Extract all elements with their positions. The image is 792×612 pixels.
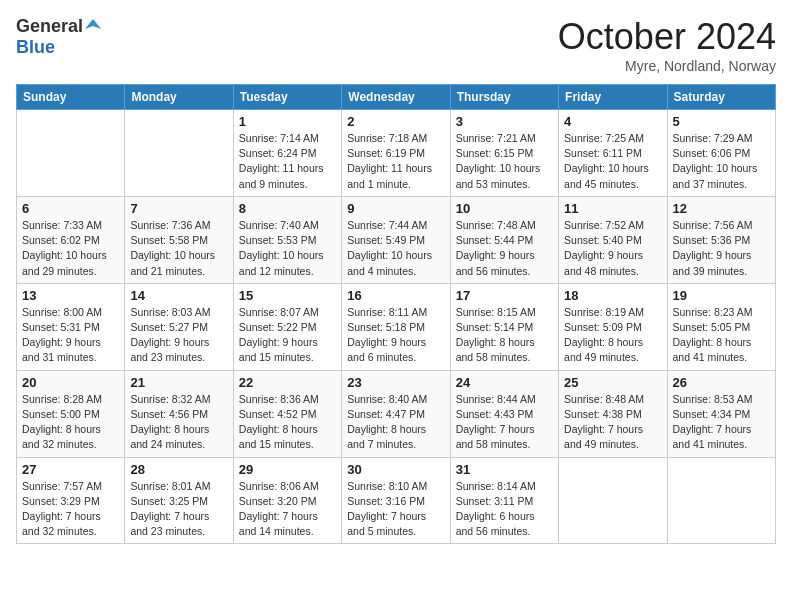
calendar-cell: 14Sunrise: 8:03 AM Sunset: 5:27 PM Dayli… bbox=[125, 283, 233, 370]
day-number: 13 bbox=[22, 288, 119, 303]
day-info: Sunrise: 8:14 AM Sunset: 3:11 PM Dayligh… bbox=[456, 479, 553, 540]
weekday-header-monday: Monday bbox=[125, 85, 233, 110]
logo-bird-icon bbox=[85, 17, 101, 33]
calendar-cell bbox=[559, 457, 667, 544]
day-info: Sunrise: 8:07 AM Sunset: 5:22 PM Dayligh… bbox=[239, 305, 336, 366]
day-number: 19 bbox=[673, 288, 770, 303]
day-number: 27 bbox=[22, 462, 119, 477]
day-info: Sunrise: 7:48 AM Sunset: 5:44 PM Dayligh… bbox=[456, 218, 553, 279]
day-info: Sunrise: 8:32 AM Sunset: 4:56 PM Dayligh… bbox=[130, 392, 227, 453]
calendar-cell: 15Sunrise: 8:07 AM Sunset: 5:22 PM Dayli… bbox=[233, 283, 341, 370]
calendar-cell: 16Sunrise: 8:11 AM Sunset: 5:18 PM Dayli… bbox=[342, 283, 450, 370]
day-info: Sunrise: 8:23 AM Sunset: 5:05 PM Dayligh… bbox=[673, 305, 770, 366]
day-number: 23 bbox=[347, 375, 444, 390]
day-number: 1 bbox=[239, 114, 336, 129]
day-info: Sunrise: 8:01 AM Sunset: 3:25 PM Dayligh… bbox=[130, 479, 227, 540]
calendar-cell: 7Sunrise: 7:36 AM Sunset: 5:58 PM Daylig… bbox=[125, 196, 233, 283]
day-info: Sunrise: 8:15 AM Sunset: 5:14 PM Dayligh… bbox=[456, 305, 553, 366]
day-number: 8 bbox=[239, 201, 336, 216]
calendar-cell: 31Sunrise: 8:14 AM Sunset: 3:11 PM Dayli… bbox=[450, 457, 558, 544]
calendar-table: SundayMondayTuesdayWednesdayThursdayFrid… bbox=[16, 84, 776, 544]
day-number: 12 bbox=[673, 201, 770, 216]
day-number: 3 bbox=[456, 114, 553, 129]
weekday-header-tuesday: Tuesday bbox=[233, 85, 341, 110]
calendar-cell bbox=[125, 110, 233, 197]
logo-general-text: General bbox=[16, 16, 83, 37]
location-text: Myre, Nordland, Norway bbox=[558, 58, 776, 74]
calendar-cell: 26Sunrise: 8:53 AM Sunset: 4:34 PM Dayli… bbox=[667, 370, 775, 457]
day-info: Sunrise: 7:33 AM Sunset: 6:02 PM Dayligh… bbox=[22, 218, 119, 279]
day-number: 30 bbox=[347, 462, 444, 477]
day-number: 26 bbox=[673, 375, 770, 390]
day-number: 9 bbox=[347, 201, 444, 216]
calendar-cell: 17Sunrise: 8:15 AM Sunset: 5:14 PM Dayli… bbox=[450, 283, 558, 370]
calendar-cell: 12Sunrise: 7:56 AM Sunset: 5:36 PM Dayli… bbox=[667, 196, 775, 283]
day-number: 17 bbox=[456, 288, 553, 303]
calendar-cell: 21Sunrise: 8:32 AM Sunset: 4:56 PM Dayli… bbox=[125, 370, 233, 457]
day-number: 6 bbox=[22, 201, 119, 216]
day-info: Sunrise: 7:56 AM Sunset: 5:36 PM Dayligh… bbox=[673, 218, 770, 279]
day-info: Sunrise: 7:40 AM Sunset: 5:53 PM Dayligh… bbox=[239, 218, 336, 279]
calendar-cell: 18Sunrise: 8:19 AM Sunset: 5:09 PM Dayli… bbox=[559, 283, 667, 370]
day-number: 7 bbox=[130, 201, 227, 216]
calendar-cell: 2Sunrise: 7:18 AM Sunset: 6:19 PM Daylig… bbox=[342, 110, 450, 197]
day-number: 20 bbox=[22, 375, 119, 390]
day-info: Sunrise: 7:14 AM Sunset: 6:24 PM Dayligh… bbox=[239, 131, 336, 192]
day-info: Sunrise: 8:36 AM Sunset: 4:52 PM Dayligh… bbox=[239, 392, 336, 453]
day-number: 2 bbox=[347, 114, 444, 129]
calendar-cell: 29Sunrise: 8:06 AM Sunset: 3:20 PM Dayli… bbox=[233, 457, 341, 544]
day-info: Sunrise: 8:44 AM Sunset: 4:43 PM Dayligh… bbox=[456, 392, 553, 453]
calendar-header: SundayMondayTuesdayWednesdayThursdayFrid… bbox=[17, 85, 776, 110]
day-info: Sunrise: 7:57 AM Sunset: 3:29 PM Dayligh… bbox=[22, 479, 119, 540]
day-info: Sunrise: 8:48 AM Sunset: 4:38 PM Dayligh… bbox=[564, 392, 661, 453]
day-info: Sunrise: 7:18 AM Sunset: 6:19 PM Dayligh… bbox=[347, 131, 444, 192]
calendar-cell: 28Sunrise: 8:01 AM Sunset: 3:25 PM Dayli… bbox=[125, 457, 233, 544]
calendar-cell: 30Sunrise: 8:10 AM Sunset: 3:16 PM Dayli… bbox=[342, 457, 450, 544]
calendar-cell: 9Sunrise: 7:44 AM Sunset: 5:49 PM Daylig… bbox=[342, 196, 450, 283]
day-info: Sunrise: 7:29 AM Sunset: 6:06 PM Dayligh… bbox=[673, 131, 770, 192]
day-number: 15 bbox=[239, 288, 336, 303]
calendar-cell bbox=[17, 110, 125, 197]
calendar-cell bbox=[667, 457, 775, 544]
day-info: Sunrise: 8:40 AM Sunset: 4:47 PM Dayligh… bbox=[347, 392, 444, 453]
calendar-cell: 20Sunrise: 8:28 AM Sunset: 5:00 PM Dayli… bbox=[17, 370, 125, 457]
month-title: October 2024 bbox=[558, 16, 776, 58]
calendar-cell: 25Sunrise: 8:48 AM Sunset: 4:38 PM Dayli… bbox=[559, 370, 667, 457]
calendar-cell: 6Sunrise: 7:33 AM Sunset: 6:02 PM Daylig… bbox=[17, 196, 125, 283]
day-number: 18 bbox=[564, 288, 661, 303]
day-info: Sunrise: 8:11 AM Sunset: 5:18 PM Dayligh… bbox=[347, 305, 444, 366]
calendar-cell: 3Sunrise: 7:21 AM Sunset: 6:15 PM Daylig… bbox=[450, 110, 558, 197]
day-info: Sunrise: 8:19 AM Sunset: 5:09 PM Dayligh… bbox=[564, 305, 661, 366]
calendar-cell: 4Sunrise: 7:25 AM Sunset: 6:11 PM Daylig… bbox=[559, 110, 667, 197]
day-number: 31 bbox=[456, 462, 553, 477]
calendar-cell: 10Sunrise: 7:48 AM Sunset: 5:44 PM Dayli… bbox=[450, 196, 558, 283]
day-number: 22 bbox=[239, 375, 336, 390]
calendar-cell: 8Sunrise: 7:40 AM Sunset: 5:53 PM Daylig… bbox=[233, 196, 341, 283]
day-info: Sunrise: 8:53 AM Sunset: 4:34 PM Dayligh… bbox=[673, 392, 770, 453]
page-header: General Blue October 2024 Myre, Nordland… bbox=[16, 16, 776, 74]
day-number: 5 bbox=[673, 114, 770, 129]
calendar-cell: 27Sunrise: 7:57 AM Sunset: 3:29 PM Dayli… bbox=[17, 457, 125, 544]
calendar-cell: 19Sunrise: 8:23 AM Sunset: 5:05 PM Dayli… bbox=[667, 283, 775, 370]
title-block: October 2024 Myre, Nordland, Norway bbox=[558, 16, 776, 74]
day-number: 16 bbox=[347, 288, 444, 303]
weekday-header-saturday: Saturday bbox=[667, 85, 775, 110]
day-number: 14 bbox=[130, 288, 227, 303]
day-number: 29 bbox=[239, 462, 336, 477]
svg-marker-0 bbox=[85, 19, 101, 29]
day-info: Sunrise: 8:00 AM Sunset: 5:31 PM Dayligh… bbox=[22, 305, 119, 366]
calendar-cell: 1Sunrise: 7:14 AM Sunset: 6:24 PM Daylig… bbox=[233, 110, 341, 197]
day-info: Sunrise: 7:52 AM Sunset: 5:40 PM Dayligh… bbox=[564, 218, 661, 279]
weekday-header-sunday: Sunday bbox=[17, 85, 125, 110]
day-info: Sunrise: 8:10 AM Sunset: 3:16 PM Dayligh… bbox=[347, 479, 444, 540]
calendar-cell: 23Sunrise: 8:40 AM Sunset: 4:47 PM Dayli… bbox=[342, 370, 450, 457]
calendar-cell: 13Sunrise: 8:00 AM Sunset: 5:31 PM Dayli… bbox=[17, 283, 125, 370]
calendar-cell: 24Sunrise: 8:44 AM Sunset: 4:43 PM Dayli… bbox=[450, 370, 558, 457]
calendar-cell: 22Sunrise: 8:36 AM Sunset: 4:52 PM Dayli… bbox=[233, 370, 341, 457]
calendar-cell: 11Sunrise: 7:52 AM Sunset: 5:40 PM Dayli… bbox=[559, 196, 667, 283]
day-number: 24 bbox=[456, 375, 553, 390]
day-info: Sunrise: 8:06 AM Sunset: 3:20 PM Dayligh… bbox=[239, 479, 336, 540]
calendar-cell: 5Sunrise: 7:29 AM Sunset: 6:06 PM Daylig… bbox=[667, 110, 775, 197]
day-number: 10 bbox=[456, 201, 553, 216]
day-number: 21 bbox=[130, 375, 227, 390]
